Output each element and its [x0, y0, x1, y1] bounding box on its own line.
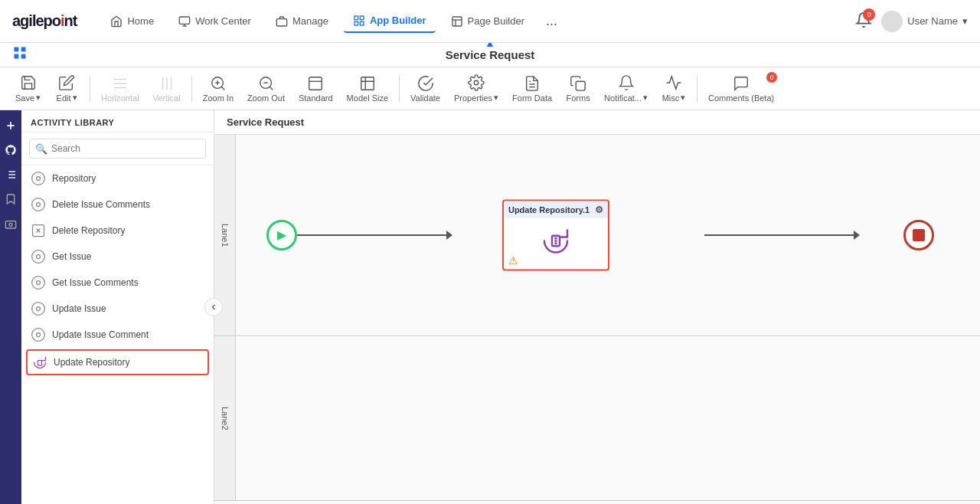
search-input[interactable]: [29, 139, 206, 159]
toolbar-properties[interactable]: Properties ▾: [448, 71, 505, 106]
notifications-label: Notificat... ▾: [604, 93, 648, 103]
zoom-out-label: Zoom Out: [247, 93, 285, 103]
lane-2-content[interactable]: [236, 336, 980, 500]
gear-icon[interactable]: ⚙: [595, 204, 603, 214]
svg-point-44: [32, 172, 45, 185]
zoom-in-label: Zoom In: [203, 93, 234, 103]
sidebar-item-get-issue[interactable]: Get Issue: [21, 244, 214, 270]
sidebar-icon-plus[interactable]: [2, 116, 20, 135]
node-icon: [541, 225, 571, 261]
nav-app-builder[interactable]: App Builder: [344, 10, 436, 33]
sidebar-content: ACTIVITY LIBRARY 🔍 Repository Delete Iss…: [21, 110, 214, 504]
svg-point-52: [37, 255, 41, 259]
bell-badge: 0: [863, 8, 875, 21]
user-menu[interactable]: User Name ▾: [881, 11, 968, 32]
toolbar-edit[interactable]: Edit ▾: [48, 71, 85, 106]
sidebar-list: Repository Delete Issue Comments Delete …: [21, 165, 214, 504]
horizontal-label: Horizontal: [101, 93, 139, 103]
sidebar-item-get-issue-comments[interactable]: Get Issue Comments: [21, 270, 214, 296]
avatar: [881, 11, 903, 32]
node-header: Update Repository.1 ⚙: [504, 201, 608, 218]
toolbar-form-data[interactable]: Form Data: [506, 72, 558, 106]
sidebar-item-update-issue-comment[interactable]: Update Issue Comment: [21, 322, 214, 348]
toolbar-divider-3: [399, 75, 400, 103]
forms-label: Forms: [566, 93, 590, 103]
sidebar-item-update-repository[interactable]: Update Repository: [26, 349, 209, 375]
save-label: Save ▾: [15, 93, 41, 103]
vertical-label: Vertical: [153, 93, 181, 103]
svg-rect-0: [179, 17, 189, 24]
svg-rect-29: [361, 77, 374, 90]
toolbar-zoom-out[interactable]: Zoom Out: [241, 72, 291, 106]
svg-rect-28: [309, 77, 322, 90]
sidebar-icons: [0, 110, 21, 504]
user-chevron-icon: ▾: [962, 15, 968, 27]
toolbar-misc[interactable]: Misc ▾: [655, 71, 692, 106]
toolbar-divider-2: [191, 75, 192, 103]
svg-rect-13: [15, 54, 19, 59]
workflow-arrow-1: [446, 231, 452, 240]
svg-rect-12: [21, 47, 26, 52]
svg-point-45: [37, 177, 41, 181]
svg-point-51: [32, 250, 45, 263]
svg-rect-3: [276, 18, 286, 25]
sidebar-header: ACTIVITY LIBRARY: [21, 110, 214, 133]
canvas-body[interactable]: Lane1 ▶ Update Repository.1 ⚙: [214, 135, 980, 501]
notifications-bell[interactable]: 0: [855, 11, 872, 31]
lane-1-content[interactable]: ▶ Update Repository.1 ⚙: [236, 135, 980, 335]
canvas-title: Service Request: [227, 116, 304, 128]
toolbar-notifications[interactable]: Notificat... ▾: [598, 71, 654, 106]
svg-rect-4: [354, 16, 358, 20]
workflow-line-2: [704, 234, 858, 236]
node-body: ⚠: [504, 218, 608, 269]
svg-point-54: [37, 281, 41, 285]
sidebar-item-delete-issue-comments[interactable]: Delete Issue Comments: [21, 191, 214, 218]
workflow-node-update-repository[interactable]: Update Repository.1 ⚙: [502, 199, 609, 270]
svg-rect-11: [15, 47, 19, 52]
toolbar-model-size[interactable]: Model Size: [341, 72, 394, 106]
lane-1: Lane1 ▶ Update Repository.1 ⚙: [214, 135, 980, 336]
validate-label: Validate: [410, 93, 440, 103]
nav-work-center[interactable]: Work Center: [169, 11, 260, 32]
toolbar-forms[interactable]: Forms: [560, 72, 596, 106]
svg-rect-33: [576, 81, 585, 90]
svg-line-22: [221, 87, 224, 90]
workflow-start-node[interactable]: ▶: [266, 220, 297, 250]
nav-home[interactable]: Home: [101, 11, 163, 32]
toolbar-standard[interactable]: Standard: [292, 72, 339, 106]
toolbar-validate[interactable]: Validate: [404, 72, 446, 106]
toolbar-comments[interactable]: 0 Comments (Beta): [702, 72, 780, 106]
toolbar-vertical: Vertical: [147, 72, 187, 106]
node-title: Update Repository.1: [508, 205, 590, 214]
sidebar-item-repository[interactable]: Repository: [21, 165, 214, 191]
form-data-label: Form Data: [512, 93, 552, 103]
search-icon: 🔍: [35, 143, 47, 155]
lane-2-label: Lane2: [214, 336, 236, 500]
sidebar-icon-list[interactable]: [2, 165, 20, 184]
toolbar-save[interactable]: Save ▾: [9, 71, 47, 106]
nav-manage[interactable]: Manage: [266, 11, 338, 32]
top-nav: agilepoint Home Work Center Manage App B…: [0, 0, 980, 43]
sidebar-icon-github[interactable]: [2, 141, 20, 159]
lane-2: Lane2: [214, 336, 980, 501]
misc-label: Misc ▾: [662, 93, 686, 103]
svg-rect-5: [360, 16, 364, 20]
sidebar-collapse-button[interactable]: [204, 298, 223, 316]
svg-point-47: [37, 203, 41, 207]
sidebar-icon-bookmark[interactable]: [2, 190, 20, 208]
start-icon: ▶: [277, 227, 286, 242]
grid-icon[interactable]: [12, 45, 28, 64]
toolbar-zoom-in[interactable]: Zoom In: [197, 72, 240, 106]
logo: agilepoint: [12, 12, 77, 30]
workflow-end-node[interactable]: [903, 220, 934, 250]
sidebar-item-update-issue[interactable]: Update Issue: [21, 296, 214, 322]
sidebar-icon-idcard[interactable]: [2, 214, 20, 233]
sidebar-item-delete-repository[interactable]: Delete Repository: [21, 218, 214, 244]
nav-more[interactable]: ...: [540, 13, 564, 29]
comments-label: Comments (Beta): [708, 93, 774, 103]
svg-point-57: [32, 329, 45, 342]
svg-point-43: [9, 223, 12, 226]
standard-label: Standard: [299, 93, 333, 103]
nav-right: 0 User Name ▾: [855, 11, 968, 32]
nav-page-builder[interactable]: Page Builder: [442, 11, 534, 32]
